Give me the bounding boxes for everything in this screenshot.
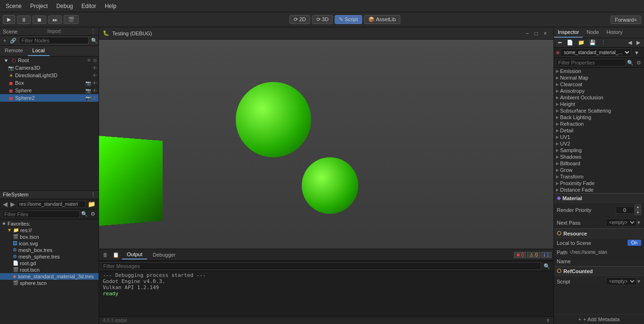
menu-debug[interactable]: Debug [52, 2, 76, 10]
fs-back-btn[interactable]: ◀ [2, 200, 8, 208]
fs-path-input[interactable] [17, 201, 86, 208]
tree-node-directionallight3d[interactable]: ☀ DirectionalLight3D 👁 [0, 72, 99, 79]
add-metadata-btn[interactable]: + + Add Metadata [554, 314, 644, 324]
prop-back-lighting[interactable]: ▶ Back Lighting [554, 114, 644, 121]
tab-node[interactable]: Node [583, 27, 603, 38]
debug-tab-debugger[interactable]: Debugger [148, 251, 180, 259]
next-pass-dropdown-btn[interactable]: ▼ [636, 220, 641, 225]
game-close-btn[interactable]: × [541, 29, 550, 38]
prop-transform[interactable]: ▶ Transform [554, 173, 644, 180]
menu-help[interactable]: Help [101, 2, 120, 10]
box-camera-btn[interactable]: 📷 [85, 81, 91, 86]
inspector-folder-btn[interactable]: 📁 [576, 39, 586, 46]
fs-folder-btn[interactable]: 📁 [87, 200, 97, 208]
prop-billboard[interactable]: ▶ Billboard [554, 160, 644, 167]
fs-item-mesh-box[interactable]: ⚙ mesh_box.tres [0, 247, 99, 253]
fs-forward-btn[interactable]: ▶ [9, 200, 16, 208]
debug-copy-btn[interactable]: 📋 [111, 251, 121, 259]
warning-badge[interactable]: ⚠ 0 [527, 252, 540, 258]
stop-button[interactable]: ⏹ [33, 16, 46, 24]
fs-filter-search-btn[interactable]: 🔍 [80, 211, 89, 218]
game-maximize-btn[interactable]: □ [532, 29, 541, 38]
tree-node-sphere2[interactable]: ◼ Sphere2 📷 👁 [0, 94, 99, 102]
link-node-button[interactable]: 🔗 [8, 37, 18, 44]
tree-node-camera3d[interactable]: 📷 Camera3D 👁 [0, 64, 99, 72]
render-priority-input[interactable] [616, 206, 635, 214]
script-prop-select[interactable]: <empty> [606, 277, 636, 285]
step-button[interactable]: ⏭ [48, 16, 62, 24]
prop-shadows[interactable]: ▶ Shadows [554, 154, 644, 160]
prop-sampling[interactable]: ▶ Sampling [554, 147, 644, 154]
inspector-history-prev[interactable]: ◀ [626, 39, 634, 46]
prop-distance-fade[interactable]: ▶ Distance Fade [554, 186, 644, 193]
box-visibility-btn[interactable]: 👁 [92, 81, 98, 86]
tab-history[interactable]: History [603, 27, 627, 38]
prop-ambient-occlusion[interactable]: ▶ Ambient Occlusion [554, 94, 644, 101]
debug-tab-output[interactable]: Output [122, 250, 147, 259]
tab-inspector[interactable]: Inspector [554, 27, 583, 38]
render-priority-down-btn[interactable]: ▼ [635, 210, 641, 216]
inspector-save-btn[interactable]: 💾 [587, 39, 598, 46]
add-node-button[interactable]: + [2, 37, 8, 44]
filesystem-options-btn[interactable]: ⋮ [91, 192, 96, 198]
fs-item-box-tscn[interactable]: 🎬 box.tscn [0, 234, 99, 240]
fs-item-root-gd[interactable]: 📄 root.gd [0, 260, 99, 267]
camera3d-visibility-btn[interactable]: 👁 [92, 65, 98, 71]
btn-forward-plus[interactable]: Forward+ [611, 16, 641, 24]
resource-type-select[interactable]: some_standard_material_... [561, 49, 631, 57]
tree-node-box[interactable]: ◼ Box 📷 👁 [0, 79, 99, 87]
movie-button[interactable]: 🎬 [64, 15, 79, 24]
resource-external-btn[interactable]: 🔗 [642, 49, 644, 56]
prop-proximity-fade[interactable]: ▶ Proximity Fade [554, 180, 644, 186]
prop-height[interactable]: ▶ Height [554, 101, 644, 107]
inspector-filter-search[interactable]: 🔍 [626, 59, 635, 66]
inspector-history-next[interactable]: ▶ [635, 39, 642, 46]
fs-filter-input[interactable] [2, 211, 80, 218]
info-badge[interactable]: ℹ 1 [541, 252, 552, 258]
menu-scene[interactable]: Scene [2, 2, 25, 10]
prop-emission[interactable]: ▶ Emission [554, 68, 644, 74]
inspector-file-btn[interactable]: 📄 [565, 39, 575, 46]
root-visibility-btn[interactable]: 👁 [86, 58, 92, 63]
tab-local[interactable]: Local [28, 46, 50, 56]
game-minimize-btn[interactable]: − [523, 29, 532, 38]
btn-script[interactable]: ✎ Script [335, 15, 362, 24]
tab-remote[interactable]: Remote [0, 46, 28, 56]
root-lock-btn[interactable]: ⚙ [92, 58, 98, 63]
scene-options-btn[interactable]: ⋮ [91, 28, 96, 34]
menu-editor[interactable]: Editor [78, 2, 100, 10]
render-priority-up-btn[interactable]: ▲ [635, 204, 641, 210]
error-badge[interactable]: ✖ 0 [514, 252, 526, 258]
prop-refraction[interactable]: ▶ Refraction [554, 121, 644, 127]
fs-item-mesh-sphere[interactable]: ⚙ mesh_sphere.tres [0, 253, 99, 260]
fs-item-root-tscn[interactable]: 🎬 root.tscn [0, 267, 99, 273]
fs-item-icon-svg[interactable]: 🖼 icon.svg [0, 240, 99, 247]
path-reload-btn[interactable]: ↺ [570, 249, 574, 255]
debug-clear-btn[interactable]: 🗑 [101, 251, 110, 258]
next-pass-select[interactable]: <empty> [606, 219, 636, 227]
sphere2-camera-btn[interactable]: 📷 [85, 96, 91, 101]
menu-project[interactable]: Project [26, 2, 51, 10]
light-visibility-btn[interactable]: 👁 [92, 73, 98, 78]
fs-item-material[interactable]: ◈ some_standard_material_3d.tres [0, 273, 99, 280]
sphere-visibility-btn[interactable]: 👁 [92, 88, 98, 93]
local-to-scene-toggle[interactable]: On [627, 240, 641, 246]
debug-filter-input[interactable] [101, 262, 541, 270]
debug-filter-search[interactable]: 🔍 [542, 263, 552, 270]
search-nodes-button[interactable]: 🔍 [90, 37, 99, 44]
fs-item-sphere-tscn[interactable]: 🎬 sphere.tscn [0, 280, 99, 286]
btn-3d[interactable]: ⟳ 3D [312, 15, 333, 24]
prop-uv1[interactable]: ▶ UV1 [554, 134, 644, 140]
prop-detail[interactable]: ▶ Detail [554, 127, 644, 134]
resource-options-btn[interactable]: ▼ [632, 49, 641, 56]
tree-node-sphere[interactable]: ◼ Sphere 📷 👁 [0, 87, 99, 94]
prop-subsurface-scattering[interactable]: ▶ Subsurface Scattering [554, 107, 644, 114]
play-button[interactable]: ▶ [3, 15, 15, 24]
inspector-back-btn[interactable]: ⬅ [556, 39, 564, 46]
prop-uv2[interactable]: ▶ UV2 [554, 140, 644, 147]
prop-anisotropy[interactable]: ▶ Anisotropy [554, 88, 644, 94]
btn-2d[interactable]: ⟳ 2D [289, 15, 310, 24]
prop-clearcoat[interactable]: ▶ Clearcoat [554, 81, 644, 88]
sphere2-visibility-btn[interactable]: 👁 [92, 96, 98, 101]
inspector-filter-options[interactable]: ⚙ [635, 59, 643, 66]
